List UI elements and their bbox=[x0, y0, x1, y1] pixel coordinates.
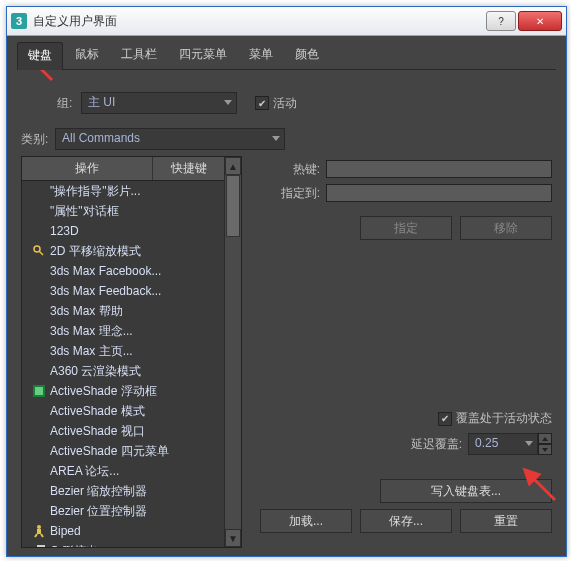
list-item[interactable]: ActiveShade 视口 bbox=[22, 421, 224, 441]
spin-down-icon[interactable] bbox=[538, 444, 552, 455]
svg-rect-5 bbox=[37, 529, 41, 534]
override-checkbox[interactable]: ✔ bbox=[438, 412, 452, 426]
save-button[interactable]: 保存... bbox=[360, 509, 452, 533]
list-item-label: ActiveShade 模式 bbox=[50, 402, 145, 420]
actions-list: 操作 快捷键 "操作指导"影片..."属性"对话框123D2D 平移缩放模式3d… bbox=[21, 156, 242, 548]
blank-icon bbox=[32, 304, 46, 318]
list-item-label: 2D 平移缩放模式 bbox=[50, 242, 141, 260]
blank-icon bbox=[32, 184, 46, 198]
scrollbar[interactable]: ▲ ▼ bbox=[224, 157, 241, 547]
scroll-up-icon[interactable]: ▲ bbox=[225, 157, 241, 175]
assigned-display bbox=[326, 184, 552, 202]
svg-rect-3 bbox=[35, 387, 43, 395]
list-item-label: 3ds Max 帮助 bbox=[50, 302, 123, 320]
list-item[interactable]: ActiveShade 四元菜单 bbox=[22, 441, 224, 461]
blank-icon bbox=[32, 284, 46, 298]
scroll-down-icon[interactable]: ▼ bbox=[225, 529, 241, 547]
hotkey-input[interactable] bbox=[326, 160, 552, 178]
remove-button[interactable]: 移除 bbox=[460, 216, 552, 240]
list-item-label: ActiveShade 四元菜单 bbox=[50, 442, 169, 460]
list-item[interactable]: 3ds Max Facebook... bbox=[22, 261, 224, 281]
list-item[interactable]: A360 云渲染模式 bbox=[22, 361, 224, 381]
hotkey-label: 热键: bbox=[260, 161, 320, 178]
blank-icon bbox=[32, 344, 46, 358]
svg-line-7 bbox=[41, 534, 43, 537]
list-item[interactable]: 123D bbox=[22, 221, 224, 241]
as-icon bbox=[32, 384, 46, 398]
svg-point-4 bbox=[37, 525, 41, 529]
list-item[interactable]: "属性"对话框 bbox=[22, 201, 224, 221]
svg-marker-15 bbox=[542, 448, 548, 452]
list-item[interactable]: Biped bbox=[22, 521, 224, 541]
blank-icon bbox=[32, 264, 46, 278]
list-item[interactable]: Bezier 位置控制器 bbox=[22, 501, 224, 521]
list-item-label: Bezier 缩放控制器 bbox=[50, 482, 147, 500]
list-item[interactable]: ActiveShade 浮动框 bbox=[22, 381, 224, 401]
list-item-label: A360 云渲染模式 bbox=[50, 362, 141, 380]
svg-marker-14 bbox=[542, 437, 548, 441]
override-label: 覆盖处于活动状态 bbox=[456, 410, 552, 427]
tab-mouse[interactable]: 鼠标 bbox=[65, 42, 109, 70]
list-item[interactable]: AREA 论坛... bbox=[22, 461, 224, 481]
tab-toolbars[interactable]: 工具栏 bbox=[111, 42, 167, 70]
category-label: 类别: bbox=[21, 131, 55, 148]
blank-icon bbox=[32, 424, 46, 438]
group-label: 组: bbox=[57, 95, 81, 112]
tab-menus[interactable]: 菜单 bbox=[239, 42, 283, 70]
window: 3 自定义用户界面 ? ✕ 键盘 鼠标 工具栏 四元菜单 菜单 颜色 组: 主 … bbox=[6, 6, 567, 557]
list-item[interactable]: ActiveShade 模式 bbox=[22, 401, 224, 421]
blank-icon bbox=[32, 484, 46, 498]
load-button[interactable]: 加载... bbox=[260, 509, 352, 533]
list-item[interactable]: C 形挤出 bbox=[22, 541, 224, 547]
header-shortcut[interactable]: 快捷键 bbox=[153, 157, 224, 180]
list-item[interactable]: Bezier 缩放控制器 bbox=[22, 481, 224, 501]
help-button[interactable]: ? bbox=[486, 11, 516, 31]
extrude-icon bbox=[32, 544, 46, 547]
list-item-label: Biped bbox=[50, 522, 81, 540]
list-item-label: ActiveShade 浮动框 bbox=[50, 382, 157, 400]
list-item[interactable]: 3ds Max 主页... bbox=[22, 341, 224, 361]
list-item-label: "操作指导"影片... bbox=[50, 182, 141, 200]
delay-label: 延迟覆盖: bbox=[411, 436, 462, 453]
list-item-label: AREA 论坛... bbox=[50, 462, 119, 480]
spin-up-icon[interactable] bbox=[538, 433, 552, 444]
tab-colors[interactable]: 颜色 bbox=[285, 42, 329, 70]
active-checkbox[interactable]: ✔ bbox=[255, 96, 269, 110]
list-item[interactable]: 3ds Max 帮助 bbox=[22, 301, 224, 321]
list-item-label: 3ds Max Feedback... bbox=[50, 282, 161, 300]
scroll-thumb[interactable] bbox=[226, 175, 240, 237]
list-item[interactable]: 3ds Max Feedback... bbox=[22, 281, 224, 301]
list-item[interactable]: 3ds Max 理念... bbox=[22, 321, 224, 341]
titlebar: 3 自定义用户界面 ? ✕ bbox=[7, 7, 566, 36]
list-header: 操作 快捷键 bbox=[22, 157, 224, 181]
list-item[interactable]: "操作指导"影片... bbox=[22, 181, 224, 201]
active-label: 活动 bbox=[273, 95, 297, 112]
blank-icon bbox=[32, 324, 46, 338]
blank-icon bbox=[32, 464, 46, 478]
list-item-label: 3ds Max Facebook... bbox=[50, 262, 161, 280]
reset-button[interactable]: 重置 bbox=[460, 509, 552, 533]
biped-icon bbox=[32, 524, 46, 538]
list-item-label: ActiveShade 视口 bbox=[50, 422, 145, 440]
blank-icon bbox=[32, 504, 46, 518]
blank-icon bbox=[32, 364, 46, 378]
tab-bar: 键盘 鼠标 工具栏 四元菜单 菜单 颜色 bbox=[7, 36, 566, 70]
tab-keyboard[interactable]: 键盘 bbox=[17, 42, 63, 70]
svg-rect-9 bbox=[37, 545, 45, 547]
svg-line-1 bbox=[39, 251, 43, 255]
list-item-label: 3ds Max 主页... bbox=[50, 342, 133, 360]
write-keyboard-table-button[interactable]: 写入键盘表... bbox=[380, 479, 552, 503]
list-item[interactable]: 2D 平移缩放模式 bbox=[22, 241, 224, 261]
svg-line-6 bbox=[35, 534, 37, 537]
header-action[interactable]: 操作 bbox=[22, 157, 153, 180]
assign-button[interactable]: 指定 bbox=[360, 216, 452, 240]
delay-spinner[interactable]: 0.25 bbox=[468, 433, 552, 455]
close-button[interactable]: ✕ bbox=[518, 11, 562, 31]
group-dropdown[interactable]: 主 UI bbox=[81, 92, 237, 114]
tab-quads[interactable]: 四元菜单 bbox=[169, 42, 237, 70]
list-item-label: 3ds Max 理念... bbox=[50, 322, 133, 340]
list-item-label: "属性"对话框 bbox=[50, 202, 119, 220]
category-dropdown[interactable]: All Commands bbox=[55, 128, 285, 150]
panel: 组: 主 UI ✔ 活动 类别: All Commands 操作 快 bbox=[7, 70, 566, 548]
pan-icon bbox=[32, 244, 46, 258]
